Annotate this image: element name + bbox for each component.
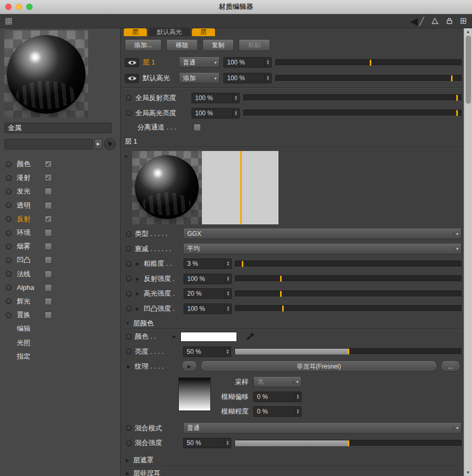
layer-strength-field[interactable]: 100 %▲▼ (223, 57, 272, 68)
left-item-edit[interactable]: 编辑 (0, 322, 120, 336)
spin-down-icon[interactable]: ▼ (234, 113, 238, 116)
layer-color-section-header[interactable]: ▼ 层颜色 (124, 318, 462, 329)
minimize-button[interactable] (16, 4, 22, 10)
global-reflection-field[interactable]: 100 %▲▼ (191, 93, 240, 103)
channel-checkbox[interactable] (45, 256, 52, 264)
spinner-arrows[interactable]: ▲▼ (224, 289, 231, 298)
expand-icon[interactable]: ▶ (126, 364, 132, 369)
layer-fresnel-section-header[interactable]: ▶ 层菲涅耳 (124, 468, 462, 476)
texture-shader-button[interactable]: 菲涅耳(Fresnel) (200, 361, 437, 372)
channel-row-normal[interactable]: 法线 (0, 267, 120, 281)
layer-blend-dropdown[interactable]: 添加▼ (179, 73, 220, 83)
spinner-arrows[interactable]: ▲▼ (232, 109, 239, 118)
expand-icon[interactable]: ▶ (135, 276, 141, 282)
channel-row-alpha[interactable]: Alpha (0, 281, 120, 295)
bump-strength-slider[interactable] (235, 305, 462, 312)
lock-icon[interactable] (446, 17, 453, 25)
left-item-assign[interactable]: 指定 (0, 350, 120, 363)
param-radio[interactable] (126, 276, 132, 282)
global-specular-slider[interactable] (243, 110, 462, 116)
spinner-arrows[interactable]: ▲▼ (224, 438, 231, 448)
layer-blend-dropdown[interactable]: 普通▼ (179, 57, 220, 68)
brightness-slider[interactable] (234, 348, 462, 355)
global-specular-field[interactable]: 100 %▲▼ (191, 108, 240, 118)
channel-checkbox[interactable]: ✓ (45, 174, 52, 181)
scrollbar-thumb[interactable] (466, 36, 471, 104)
spin-down-icon[interactable]: ▼ (296, 412, 299, 414)
expand-icon[interactable]: ▶ (171, 334, 177, 339)
mix-strength-slider[interactable] (234, 440, 462, 447)
reflection-strength-field[interactable]: 100 %▲▼ (184, 274, 232, 284)
left-item-illumination[interactable]: 光照 (0, 336, 120, 349)
layer-strength-slider[interactable] (275, 75, 462, 82)
search-input[interactable] (4, 139, 93, 149)
spin-down-icon[interactable]: ▼ (227, 294, 230, 296)
add-icon[interactable]: ⊞ (460, 17, 467, 25)
spin-down-icon[interactable]: ▼ (266, 62, 270, 65)
param-radio[interactable] (126, 349, 132, 354)
specular-strength-slider[interactable] (235, 290, 462, 297)
layer-mask-section-header[interactable]: ▶ 层遮罩 (124, 455, 462, 467)
param-radio[interactable] (126, 246, 132, 252)
collapse-icon[interactable]: ▼ (124, 154, 128, 159)
material-name-input[interactable]: 金属 (4, 123, 112, 133)
layer-visibility-toggle[interactable] (125, 58, 139, 67)
channel-checkbox[interactable] (45, 202, 52, 209)
mix-mode-dropdown[interactable]: 普通▼ (183, 423, 462, 434)
channel-checkbox[interactable]: ✓ (45, 215, 52, 223)
channel-checkbox[interactable] (45, 243, 52, 250)
channel-checkbox[interactable] (45, 298, 52, 305)
param-radio[interactable] (126, 95, 132, 101)
spinner-arrows[interactable]: ▲▼ (224, 304, 231, 313)
layer1-section-header[interactable]: 层 1 (124, 136, 462, 147)
material-preview[interactable] (4, 30, 88, 117)
color-swatch[interactable] (180, 332, 237, 342)
spinner-arrows[interactable]: ▲▼ (224, 274, 231, 284)
channel-row-environment[interactable]: 环境 (0, 226, 120, 240)
zoom-button[interactable] (26, 4, 33, 10)
spinner-arrows[interactable]: ▲▼ (224, 259, 231, 268)
layer-strength-slider[interactable] (275, 59, 462, 66)
polyline-icon[interactable] (431, 17, 439, 25)
spin-down-icon[interactable]: ▼ (226, 443, 229, 446)
bump-strength-field[interactable]: 100 %▲▼ (184, 304, 232, 314)
param-radio[interactable] (126, 440, 132, 446)
close-button[interactable] (5, 4, 12, 10)
global-reflection-slider[interactable] (243, 94, 462, 101)
spin-down-icon[interactable]: ▼ (226, 352, 229, 354)
channel-row-diffusion[interactable]: 漫射✓ (0, 171, 120, 185)
spinner-arrows[interactable]: ▲▼ (232, 93, 239, 103)
channel-row-reflectance[interactable]: 反射✓ (0, 212, 120, 226)
back-arrow-icon[interactable]: ◀ (410, 16, 418, 26)
scroll-down-icon[interactable]: ▼ (466, 469, 470, 476)
param-radio[interactable] (126, 291, 132, 297)
channel-checkbox[interactable] (45, 271, 52, 278)
param-radio[interactable] (126, 306, 132, 311)
param-radio[interactable] (126, 110, 132, 116)
blur-scale-field[interactable]: 0 %▲▼ (253, 406, 302, 417)
channel-checkbox[interactable] (45, 188, 52, 195)
layer-preview-graph[interactable] (202, 151, 278, 224)
copy-layer-button[interactable]: 复制 (202, 40, 234, 51)
mix-strength-field[interactable]: 50 %▲▼ (183, 438, 231, 448)
layer-name[interactable]: 默认高光 (143, 73, 175, 83)
tab-default-specular[interactable]: 默认高光 (148, 28, 190, 36)
param-radio[interactable] (126, 231, 132, 237)
falloff-dropdown[interactable]: 平均▼ (183, 244, 462, 254)
spinner-arrows[interactable]: ▲▼ (224, 347, 231, 356)
roughness-field[interactable]: 3 %▲▼ (184, 258, 232, 269)
spin-down-icon[interactable]: ▼ (266, 78, 270, 81)
paste-layer-button[interactable]: 粘贴 (239, 40, 270, 51)
roughness-slider[interactable] (235, 261, 462, 267)
search-dropdown-button[interactable]: ▶ (94, 139, 102, 149)
spin-down-icon[interactable]: ▼ (227, 309, 230, 311)
channel-checkbox[interactable]: ✓ (45, 160, 52, 168)
type-dropdown[interactable]: GGX▼ (183, 229, 462, 239)
spinner-arrows[interactable]: ▲▼ (294, 407, 301, 416)
spin-down-icon[interactable]: ▼ (234, 98, 238, 101)
expand-icon[interactable]: ▶ (135, 261, 141, 266)
scrollbar[interactable]: ▲ ▼ (464, 28, 472, 476)
remove-layer-button[interactable]: 移除 (166, 40, 198, 51)
diagonal-line-icon[interactable]: ╱ (420, 17, 424, 25)
spin-down-icon[interactable]: ▼ (296, 397, 299, 399)
